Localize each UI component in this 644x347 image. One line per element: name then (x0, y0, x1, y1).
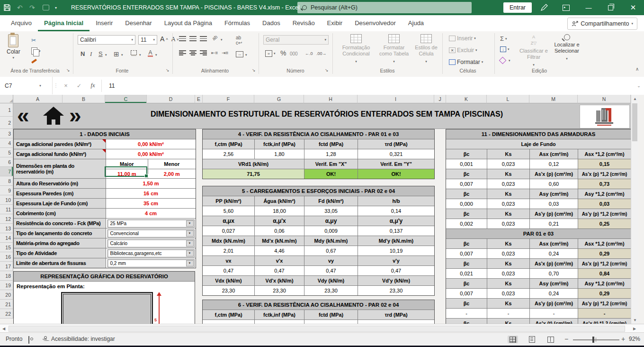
accounting-format-icon[interactable]: ¤▾ (265, 50, 276, 57)
undo-icon[interactable]: ↶ (17, 0, 23, 15)
cell[interactable]: - (446, 309, 487, 318)
font-name-combo[interactable]: Calibri▾ (78, 35, 135, 45)
align-left-icon[interactable] (179, 50, 186, 55)
cell[interactable]: 0,007 (446, 179, 487, 189)
row-header[interactable]: 16 (0, 252, 13, 262)
redo-icon[interactable]: ↷ (29, 0, 35, 15)
cell[interactable]: 0,023 (487, 219, 529, 228)
zoom-slider-track[interactable] (573, 339, 619, 340)
cell[interactable]: 0,000 (446, 199, 487, 209)
cell[interactable]: 0,023 (487, 269, 529, 278)
tab-ajuda[interactable]: Ajuda (402, 15, 430, 31)
merge-center-icon[interactable]: ↔ (236, 51, 243, 57)
fill-caret-icon[interactable]: ▾ (139, 53, 141, 57)
row-header-7[interactable]: 7 (0, 167, 13, 176)
name-box[interactable]: C7 ▾ (0, 77, 53, 94)
paste-button[interactable]: Colar▾ (7, 34, 20, 60)
cell[interactable] (304, 320, 358, 324)
col-header-I[interactable]: I (358, 95, 434, 103)
cell[interactable]: 0,023 (487, 159, 529, 169)
fill-color-button[interactable] (131, 50, 137, 56)
horizontal-scrollbar[interactable]: ◀ ▶ (0, 324, 644, 332)
cell[interactable]: 2,56 (203, 149, 254, 159)
confirm-entry-icon[interactable]: ✓ (74, 77, 84, 94)
orientation-caret-icon[interactable]: ▾ (221, 38, 223, 42)
font-dialog-launcher-icon[interactable]: ↘ (166, 68, 170, 73)
bold-button[interactable]: N (80, 50, 85, 57)
cell[interactable]: 0,137 (358, 226, 434, 236)
vertical-scroll-thumb[interactable] (632, 103, 637, 141)
row-header[interactable]: 3 (0, 129, 13, 138)
normal-view-button[interactable] (508, 336, 518, 343)
cell[interactable]: - (578, 309, 631, 318)
cell[interactable] (254, 320, 304, 324)
cell[interactable] (358, 320, 434, 324)
sign-in-button[interactable]: Entrar (503, 2, 532, 13)
cut-button[interactable]: ✂ (31, 37, 36, 44)
col-header-A[interactable]: A (13, 95, 63, 103)
cell[interactable]: 0,023 (487, 199, 529, 209)
fck-dropdown[interactable]: 25 MPa▼ (107, 219, 195, 228)
insert-function-icon[interactable]: fx (87, 77, 98, 94)
cell[interactable] (203, 320, 254, 324)
col-header-M[interactable]: M (529, 95, 578, 103)
col-header-J[interactable]: J (434, 95, 446, 103)
collapse-ribbon-icon[interactable]: ∧ (635, 66, 639, 72)
tab-pagina-inicial[interactable]: Página Inicial (38, 15, 89, 31)
row-header[interactable]: 20 (0, 290, 13, 300)
restore-button[interactable] (602, 0, 618, 15)
row-header[interactable]: 13 (0, 224, 13, 233)
nav-forward-button[interactable]: » (69, 104, 80, 126)
name-box-caret-icon[interactable]: ▾ (39, 84, 41, 88)
cell[interactable]: 35 cm (106, 199, 196, 208)
cell[interactable]: 1,80 (254, 149, 304, 159)
cell[interactable]: 0,15 (578, 159, 631, 169)
conditional-formatting-button[interactable]: Formatação Condicional▾ (338, 34, 374, 64)
tab-inserir[interactable]: Inserir (89, 15, 119, 31)
underline-button[interactable]: S (98, 50, 103, 57)
cell[interactable]: 0,027 (203, 226, 254, 236)
formula-input[interactable]: 11 (109, 77, 115, 94)
zoom-level[interactable]: 92% (629, 336, 640, 342)
col-header-N[interactable]: N (578, 95, 631, 103)
fill-button[interactable]: ↓▾ (500, 46, 510, 52)
tab-exibir[interactable]: Exibir (321, 15, 349, 31)
cell[interactable]: 0,25 (578, 219, 631, 228)
row-header-2[interactable]: 2 (0, 117, 13, 129)
ribbon-display-options-icon[interactable] (558, 0, 574, 15)
dropdown-arrow-icon[interactable]: ▼ (186, 220, 194, 227)
cell[interactable]: 0,84 (578, 269, 631, 278)
tab-revisao[interactable]: Revisão (286, 15, 321, 31)
select-all-button[interactable]: ◢ (0, 95, 13, 103)
nav-back-button[interactable]: « (17, 104, 28, 126)
decrease-indent-icon[interactable]: ⇤≡ (211, 50, 218, 55)
cell[interactable]: - (487, 309, 529, 318)
row-header-1[interactable]: 1 (0, 103, 13, 117)
align-right-icon[interactable] (200, 50, 207, 55)
status-cell[interactable]: OK! (304, 169, 358, 179)
clipboard-dialog-launcher-icon[interactable]: ↘ (66, 68, 70, 73)
cell[interactable]: 1,50 m (106, 179, 196, 188)
delete-cells-button[interactable]: ✕Excluir▾ (449, 47, 477, 54)
dropdown-arrow-icon[interactable]: ▼ (186, 260, 194, 266)
cell[interactable]: 0,00 kN/m² (106, 139, 196, 149)
cell[interactable]: 0,023 (487, 179, 529, 189)
cell[interactable]: 0,47 (254, 266, 304, 275)
format-painter-button[interactable] (31, 58, 37, 60)
close-button[interactable]: ✕ (625, 0, 641, 15)
cell[interactable]: 23,30 (254, 286, 304, 295)
tab-layout[interactable]: Layout da Página (158, 15, 218, 31)
clear-button[interactable]: ▾ (500, 58, 510, 63)
atividade-dropdown[interactable]: Bibliotecas,garagens,etc▼ (107, 249, 195, 257)
align-top-icon[interactable] (179, 36, 186, 41)
cell[interactable]: 0,002 (446, 219, 487, 228)
vertical-scrollbar[interactable]: ▲ ▼ (631, 95, 638, 324)
search-box[interactable]: Pesquisar (Alt+G) (297, 2, 472, 13)
font-size-combo[interactable]: 11▾ (138, 35, 157, 45)
copy-button[interactable]: ▾ (31, 47, 41, 55)
number-format-combo[interactable]: Geral▾ (263, 35, 329, 45)
accessibility-status[interactable]: Acessibilidade: investigar (51, 336, 115, 342)
cell[interactable]: 23,30 (358, 286, 434, 295)
wrap-text-icon[interactable]: abc↩ (236, 35, 242, 46)
cell[interactable]: 16 cm (106, 189, 196, 198)
